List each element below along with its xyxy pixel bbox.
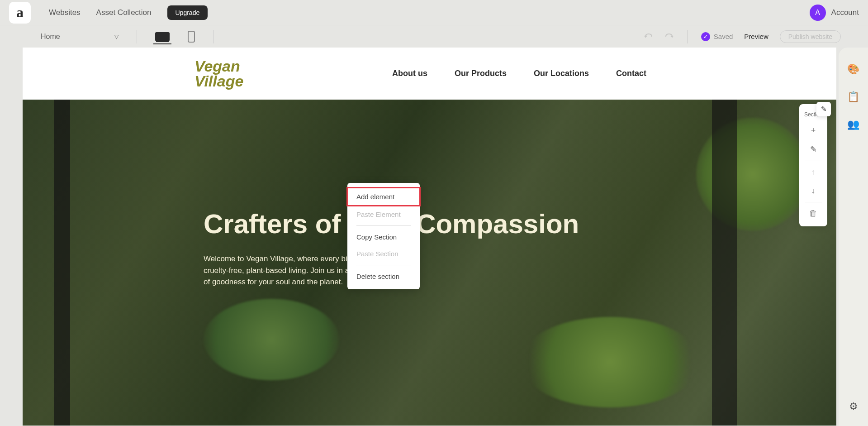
decorative-plant (204, 299, 339, 380)
collaborators-icon[interactable]: 👥 (847, 119, 859, 130)
checkmark: ✓ (703, 34, 708, 40)
logo-letter: a (16, 4, 24, 21)
ctx-delete-section[interactable]: Delete section (347, 268, 420, 285)
hero-section[interactable]: Crafters of Pure Compassion Welcome to V… (23, 100, 836, 426)
account-label: Account (831, 8, 859, 17)
canvas[interactable]: Vegan Village About us Our Products Our … (23, 48, 836, 426)
app-logo[interactable]: a (9, 2, 31, 24)
top-bar: a Websites Asset Collection Upgrade A Ac… (0, 0, 868, 25)
logo-line2: Village (194, 74, 243, 88)
nav-websites[interactable]: Websites (49, 8, 81, 17)
chevron-down-icon: ▽ (114, 34, 119, 40)
page-name: Home (41, 33, 60, 41)
site-header: Vegan Village About us Our Products Our … (23, 48, 836, 100)
divider (137, 30, 137, 43)
nav-products[interactable]: Our Products (455, 69, 507, 78)
decorative-plant (696, 118, 809, 231)
site-logo[interactable]: Vegan Village (194, 59, 243, 88)
editor-bar: Home ▽ ✓ Saved Preview Publish website (0, 25, 868, 48)
right-sidebar: 🎨 📋 👥 ⚙ (839, 48, 868, 426)
page-selector[interactable]: Home ▽ (41, 33, 119, 41)
ctx-paste-section: Paste Section (347, 245, 420, 262)
ctx-copy-section[interactable]: Copy Section (347, 229, 420, 245)
move-down-icon[interactable]: ↓ (799, 182, 827, 200)
separator (356, 265, 411, 265)
decorative-plant (520, 317, 701, 407)
pencil-icon: ✎ (821, 105, 827, 113)
mobile-view-icon[interactable] (188, 31, 195, 43)
publish-button[interactable]: Publish website (780, 30, 841, 43)
save-status: ✓ Saved (701, 32, 733, 41)
editor-actions: ✓ Saved Preview Publish website (644, 30, 841, 43)
separator (805, 202, 822, 202)
palette-icon[interactable]: 🎨 (847, 63, 859, 75)
desktop-view-icon[interactable] (155, 32, 170, 41)
upgrade-button[interactable]: Upgrade (167, 5, 208, 20)
delete-icon[interactable]: 🗑 (799, 204, 827, 223)
ctx-add-element[interactable]: Add element (347, 187, 420, 206)
avatar: A (810, 5, 826, 21)
edit-section-icon[interactable]: ✎ (799, 140, 827, 159)
gear-icon[interactable]: ⚙ (849, 401, 858, 412)
divider (213, 30, 213, 43)
nav-contact[interactable]: Contact (616, 69, 646, 78)
move-up-icon[interactable]: ↑ (799, 163, 827, 182)
nav-asset-collection[interactable]: Asset Collection (96, 8, 152, 17)
saved-label: Saved (714, 33, 733, 40)
preview-button[interactable]: Preview (744, 33, 768, 40)
edit-section-badge[interactable]: ✎ (816, 102, 831, 116)
separator (356, 225, 411, 226)
account-menu[interactable]: A Account (810, 5, 859, 21)
avatar-initial: A (815, 9, 820, 17)
logo-line1: Vegan (194, 59, 243, 73)
device-switcher (155, 31, 195, 43)
check-icon: ✓ (701, 32, 710, 41)
section-toolbar: Section + ✎ ↑ ↓ 🗑 (799, 104, 827, 226)
redo-icon[interactable] (664, 33, 674, 40)
nav-locations[interactable]: Our Locations (534, 69, 589, 78)
undo-icon[interactable] (644, 33, 653, 40)
hero-text[interactable]: Welcome to Vegan Village, where every bi… (204, 253, 484, 288)
nav-about[interactable]: About us (392, 69, 427, 78)
separator (805, 161, 822, 161)
site-nav: About us Our Products Our Locations Cont… (392, 69, 646, 78)
context-menu: Add element Paste Element Copy Section P… (347, 183, 420, 289)
ctx-paste-element: Paste Element (347, 206, 420, 223)
add-section-icon[interactable]: + (799, 121, 827, 140)
hero-text-line: of goodness for your soul and the planet… (204, 278, 343, 286)
clipboard-icon[interactable]: 📋 (847, 91, 859, 103)
divider (687, 30, 688, 43)
